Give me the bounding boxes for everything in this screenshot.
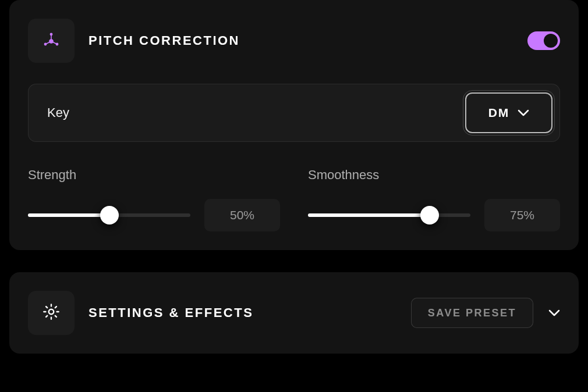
smoothness-slider-thumb[interactable] xyxy=(420,206,439,224)
pitch-enable-toggle[interactable] xyxy=(527,31,560,50)
pitch-panel-header: PITCH CORRECTION xyxy=(28,19,560,63)
pitch-correction-title: PITCH CORRECTION xyxy=(88,33,240,48)
gear-icon xyxy=(42,302,61,323)
key-select-value: DM xyxy=(488,106,510,120)
strength-label: Strength xyxy=(28,168,280,183)
settings-panel-header: SETTINGS & EFFECTS SAVE PRESET xyxy=(28,291,560,335)
smoothness-controls: 75% xyxy=(308,199,560,231)
settings-header-left: SETTINGS & EFFECTS xyxy=(28,291,253,335)
smoothness-slider-group: Smoothness 75% xyxy=(308,168,560,231)
strength-slider[interactable] xyxy=(28,206,190,224)
key-row: Key DM xyxy=(28,84,560,142)
pitch-correction-panel: PITCH CORRECTION Key DM Strength xyxy=(9,0,579,250)
strength-slider-group: Strength 50% xyxy=(28,168,280,231)
save-preset-button[interactable]: SAVE PRESET xyxy=(411,298,533,328)
settings-right: SAVE PRESET xyxy=(411,298,560,328)
svg-point-7 xyxy=(49,309,54,315)
strength-controls: 50% xyxy=(28,199,280,231)
toggle-knob xyxy=(544,34,558,48)
sliders-row: Strength 50% Smoothness xyxy=(28,168,560,231)
strength-slider-thumb[interactable] xyxy=(100,206,119,224)
smoothness-value: 75% xyxy=(484,199,560,231)
settings-icon-box xyxy=(28,291,75,335)
header-left: PITCH CORRECTION xyxy=(28,19,240,63)
save-preset-label: SAVE PRESET xyxy=(428,307,516,319)
chevron-down-icon xyxy=(518,109,529,116)
key-label: Key xyxy=(47,105,69,120)
key-select[interactable]: DM xyxy=(465,92,552,133)
chevron-down-icon[interactable] xyxy=(548,309,560,316)
smoothness-label: Smoothness xyxy=(308,168,560,183)
strength-value: 50% xyxy=(204,199,280,231)
pitch-network-icon xyxy=(42,31,60,50)
settings-effects-title: SETTINGS & EFFECTS xyxy=(88,305,253,320)
settings-effects-panel: SETTINGS & EFFECTS SAVE PRESET xyxy=(9,272,579,354)
pitch-icon-box xyxy=(28,19,75,63)
smoothness-slider[interactable] xyxy=(308,206,470,224)
